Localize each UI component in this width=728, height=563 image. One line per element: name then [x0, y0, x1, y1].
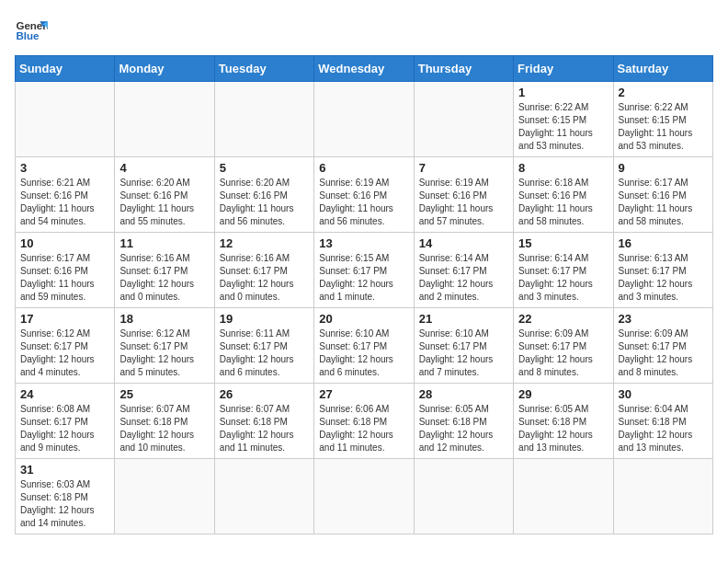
day-number: 31: [20, 463, 109, 477]
calendar-cell: 6Sunrise: 6:19 AM Sunset: 6:16 PM Daylig…: [314, 157, 414, 233]
calendar-cell: [613, 459, 712, 534]
day-number: 26: [220, 387, 309, 401]
day-number: 14: [419, 236, 508, 250]
calendar-cell: 14Sunrise: 6:14 AM Sunset: 6:17 PM Dayli…: [414, 233, 513, 308]
day-number: 2: [619, 86, 708, 99]
day-info: Sunrise: 6:09 AM Sunset: 6:17 PM Dayligh…: [518, 327, 608, 379]
calendar-cell: 3Sunrise: 6:21 AM Sunset: 6:16 PM Daylig…: [16, 157, 115, 233]
calendar-cell: [115, 459, 214, 534]
week-row-3: 17Sunrise: 6:12 AM Sunset: 6:17 PM Dayli…: [16, 308, 713, 384]
calendar-cell: [115, 82, 214, 157]
calendar-cell: [514, 459, 613, 534]
logo-icon: General Blue: [15, 15, 48, 48]
weekday-header-row: SundayMondayTuesdayWednesdayThursdayFrid…: [16, 56, 713, 82]
day-info: Sunrise: 6:07 AM Sunset: 6:18 PM Dayligh…: [119, 403, 209, 454]
day-info: Sunrise: 6:17 AM Sunset: 6:16 PM Dayligh…: [619, 177, 708, 228]
calendar-cell: 21Sunrise: 6:10 AM Sunset: 6:17 PM Dayli…: [414, 308, 513, 384]
day-info: Sunrise: 6:10 AM Sunset: 6:17 PM Dayligh…: [319, 327, 408, 379]
calendar-cell: 18Sunrise: 6:12 AM Sunset: 6:17 PM Dayli…: [115, 308, 214, 384]
day-number: 21: [419, 312, 508, 326]
day-number: 5: [220, 161, 309, 175]
day-info: Sunrise: 6:14 AM Sunset: 6:17 PM Dayligh…: [419, 252, 508, 304]
day-number: 12: [220, 236, 309, 250]
weekday-header-saturday: Saturday: [613, 56, 712, 82]
day-info: Sunrise: 6:10 AM Sunset: 6:17 PM Dayligh…: [419, 327, 508, 379]
calendar-cell: 1Sunrise: 6:22 AM Sunset: 6:15 PM Daylig…: [514, 82, 613, 157]
weekday-header-monday: Monday: [115, 56, 214, 82]
svg-text:Blue: Blue: [16, 30, 40, 41]
day-info: Sunrise: 6:05 AM Sunset: 6:18 PM Dayligh…: [419, 403, 508, 454]
day-info: Sunrise: 6:11 AM Sunset: 6:17 PM Dayligh…: [220, 327, 309, 379]
day-number: 23: [619, 312, 708, 326]
calendar-cell: [314, 459, 414, 534]
calendar-cell: [314, 82, 414, 157]
header: General Blue: [15, 15, 713, 48]
day-info: Sunrise: 6:20 AM Sunset: 6:16 PM Dayligh…: [119, 177, 209, 228]
calendar-cell: 5Sunrise: 6:20 AM Sunset: 6:16 PM Daylig…: [214, 157, 313, 233]
day-info: Sunrise: 6:21 AM Sunset: 6:16 PM Dayligh…: [20, 177, 109, 228]
calendar-cell: 8Sunrise: 6:18 AM Sunset: 6:16 PM Daylig…: [514, 157, 613, 233]
day-number: 17: [20, 312, 109, 326]
day-info: Sunrise: 6:20 AM Sunset: 6:16 PM Dayligh…: [220, 177, 309, 228]
week-row-0: 1Sunrise: 6:22 AM Sunset: 6:15 PM Daylig…: [16, 82, 713, 157]
day-number: 4: [119, 161, 209, 175]
calendar-cell: 19Sunrise: 6:11 AM Sunset: 6:17 PM Dayli…: [214, 308, 313, 384]
day-number: 10: [20, 236, 109, 250]
day-info: Sunrise: 6:22 AM Sunset: 6:15 PM Dayligh…: [518, 101, 608, 153]
calendar-cell: 30Sunrise: 6:04 AM Sunset: 6:18 PM Dayli…: [613, 384, 712, 459]
week-row-5: 31Sunrise: 6:03 AM Sunset: 6:18 PM Dayli…: [16, 459, 713, 534]
calendar-cell: 2Sunrise: 6:22 AM Sunset: 6:15 PM Daylig…: [613, 82, 712, 157]
day-info: Sunrise: 6:19 AM Sunset: 6:16 PM Dayligh…: [319, 177, 408, 228]
calendar-cell: 28Sunrise: 6:05 AM Sunset: 6:18 PM Dayli…: [414, 384, 513, 459]
day-info: Sunrise: 6:22 AM Sunset: 6:15 PM Dayligh…: [619, 101, 708, 153]
calendar-cell: 13Sunrise: 6:15 AM Sunset: 6:17 PM Dayli…: [314, 233, 414, 308]
day-info: Sunrise: 6:04 AM Sunset: 6:18 PM Dayligh…: [619, 403, 708, 454]
day-info: Sunrise: 6:08 AM Sunset: 6:17 PM Dayligh…: [20, 403, 109, 454]
calendar-cell: 31Sunrise: 6:03 AM Sunset: 6:18 PM Dayli…: [16, 459, 115, 534]
calendar-cell: 15Sunrise: 6:14 AM Sunset: 6:17 PM Dayli…: [514, 233, 613, 308]
calendar-cell: [214, 82, 313, 157]
calendar-cell: 16Sunrise: 6:13 AM Sunset: 6:17 PM Dayli…: [613, 233, 712, 308]
day-number: 20: [319, 312, 408, 326]
day-number: 25: [119, 387, 209, 401]
calendar-cell: [16, 82, 115, 157]
day-info: Sunrise: 6:13 AM Sunset: 6:17 PM Dayligh…: [619, 252, 708, 304]
day-number: 13: [319, 236, 408, 250]
calendar-cell: 23Sunrise: 6:09 AM Sunset: 6:17 PM Dayli…: [613, 308, 712, 384]
day-info: Sunrise: 6:16 AM Sunset: 6:17 PM Dayligh…: [220, 252, 309, 304]
weekday-header-thursday: Thursday: [414, 56, 513, 82]
day-info: Sunrise: 6:14 AM Sunset: 6:17 PM Dayligh…: [518, 252, 608, 304]
day-number: 9: [619, 161, 708, 175]
day-number: 18: [119, 312, 209, 326]
calendar-cell: 26Sunrise: 6:07 AM Sunset: 6:18 PM Dayli…: [214, 384, 313, 459]
day-info: Sunrise: 6:09 AM Sunset: 6:17 PM Dayligh…: [619, 327, 708, 379]
calendar-table: SundayMondayTuesdayWednesdayThursdayFrid…: [15, 55, 713, 534]
weekday-header-tuesday: Tuesday: [214, 56, 313, 82]
day-info: Sunrise: 6:05 AM Sunset: 6:18 PM Dayligh…: [518, 403, 608, 454]
day-number: 11: [119, 236, 209, 250]
calendar-cell: 20Sunrise: 6:10 AM Sunset: 6:17 PM Dayli…: [314, 308, 414, 384]
day-info: Sunrise: 6:15 AM Sunset: 6:17 PM Dayligh…: [319, 252, 408, 304]
day-number: 19: [220, 312, 309, 326]
week-row-4: 24Sunrise: 6:08 AM Sunset: 6:17 PM Dayli…: [16, 384, 713, 459]
day-info: Sunrise: 6:03 AM Sunset: 6:18 PM Dayligh…: [20, 478, 109, 530]
weekday-header-wednesday: Wednesday: [314, 56, 414, 82]
day-info: Sunrise: 6:06 AM Sunset: 6:18 PM Dayligh…: [319, 403, 408, 454]
calendar-cell: 11Sunrise: 6:16 AM Sunset: 6:17 PM Dayli…: [115, 233, 214, 308]
calendar-cell: 27Sunrise: 6:06 AM Sunset: 6:18 PM Dayli…: [314, 384, 414, 459]
day-number: 15: [518, 236, 608, 250]
day-number: 1: [518, 86, 608, 99]
day-info: Sunrise: 6:16 AM Sunset: 6:17 PM Dayligh…: [119, 252, 209, 304]
day-info: Sunrise: 6:19 AM Sunset: 6:16 PM Dayligh…: [419, 177, 508, 228]
calendar-cell: 17Sunrise: 6:12 AM Sunset: 6:17 PM Dayli…: [16, 308, 115, 384]
day-number: 27: [319, 387, 408, 401]
calendar-cell: 24Sunrise: 6:08 AM Sunset: 6:17 PM Dayli…: [16, 384, 115, 459]
calendar-cell: [214, 459, 313, 534]
calendar-cell: 10Sunrise: 6:17 AM Sunset: 6:16 PM Dayli…: [16, 233, 115, 308]
week-row-2: 10Sunrise: 6:17 AM Sunset: 6:16 PM Dayli…: [16, 233, 713, 308]
weekday-header-sunday: Sunday: [16, 56, 115, 82]
calendar-cell: 29Sunrise: 6:05 AM Sunset: 6:18 PM Dayli…: [514, 384, 613, 459]
day-number: 24: [20, 387, 109, 401]
day-number: 7: [419, 161, 508, 175]
day-number: 16: [619, 236, 708, 250]
